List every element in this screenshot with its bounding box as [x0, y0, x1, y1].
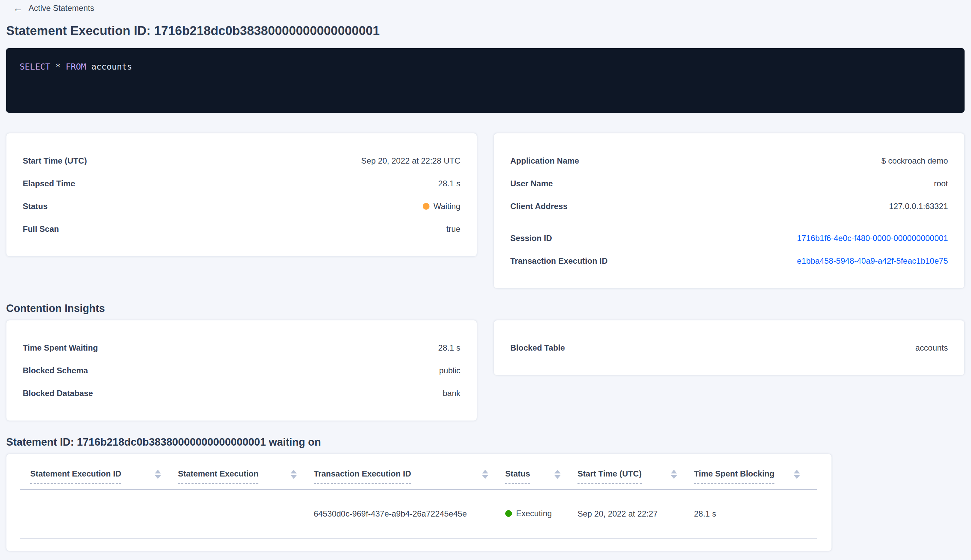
user-name-value: root [934, 179, 948, 188]
elapsed-time-label: Elapsed Time [23, 179, 75, 188]
sort-arrows-icon [554, 470, 561, 479]
sql-star-segment: * [50, 62, 65, 72]
blocked-schema-value: public [439, 366, 460, 375]
card-divider [510, 222, 948, 222]
time-spent-waiting-row: Time Spent Waiting 28.1 s [23, 336, 460, 359]
blocked-table-row: Blocked Table accounts [510, 336, 948, 359]
column-label: Statement Execution [178, 469, 259, 483]
status-value: Waiting [434, 202, 460, 211]
blocked-table-card: Blocked Table accounts [494, 320, 964, 375]
statement-overview-card: Start Time (UTC) Sep 20, 2022 at 22:28 U… [6, 133, 477, 257]
user-name-row: User Name root [510, 172, 948, 195]
client-address-value: 127.0.0.1:63321 [889, 202, 948, 211]
status-label: Status [23, 202, 48, 211]
transaction-execution-id-label: Transaction Execution ID [510, 256, 608, 266]
blocked-database-label: Blocked Database [23, 388, 93, 398]
start-time-label: Start Time (UTC) [23, 156, 87, 166]
breadcrumb-back-link[interactable]: ← Active Statements [13, 3, 94, 13]
column-header-status[interactable]: Status [505, 454, 577, 489]
time-spent-waiting-label: Time Spent Waiting [23, 343, 98, 353]
column-label: Status [505, 469, 530, 483]
blocked-table-value: accounts [915, 343, 948, 353]
application-name-label: Application Name [510, 156, 579, 166]
session-details-card: Application Name $ cockroach demo User N… [494, 133, 964, 288]
blocked-schema-row: Blocked Schema public [23, 359, 460, 382]
cell-statement-execution [178, 489, 314, 538]
start-time-row: Start Time (UTC) Sep 20, 2022 at 22:28 U… [23, 149, 460, 172]
client-address-row: Client Address 127.0.0.1:63321 [510, 195, 948, 218]
waiting-on-table: Statement Execution ID Statement Executi… [20, 454, 817, 538]
time-spent-waiting-value: 28.1 s [438, 343, 460, 353]
contention-insights-heading: Contention Insights [6, 302, 971, 315]
client-address-label: Client Address [510, 202, 567, 211]
sql-keyword-select: SELECT [20, 62, 50, 72]
waiting-on-table-card: Statement Execution ID Statement Executi… [6, 454, 832, 551]
cell-status: Executing [505, 489, 577, 538]
executing-status-text: Executing [516, 509, 552, 518]
column-header-transaction-execution-id[interactable]: Transaction Execution ID [314, 454, 505, 489]
start-time-value: Sep 20, 2022 at 22:28 UTC [361, 156, 460, 166]
user-name-label: User Name [510, 179, 553, 188]
column-label: Start Time (UTC) [577, 469, 642, 483]
transaction-execution-id-link[interactable]: e1bba458-5948-40a9-a42f-5feac1b10e75 [797, 256, 948, 266]
blocked-database-row: Blocked Database bank [23, 382, 460, 405]
sql-statement-box: SELECT * FROM accounts [6, 48, 964, 113]
cell-statement-execution-id [20, 489, 178, 538]
status-badge: Waiting [423, 202, 460, 211]
column-label: Statement Execution ID [30, 469, 121, 483]
column-label: Time Spent Blocking [694, 469, 774, 483]
blocked-schema-label: Blocked Schema [23, 366, 88, 375]
application-name-row: Application Name $ cockroach demo [510, 149, 948, 172]
session-id-link[interactable]: 1716b1f6-4e0c-f480-0000-000000000001 [797, 233, 948, 243]
sql-keyword-from: FROM [65, 62, 86, 72]
status-row: Status Waiting [23, 195, 460, 218]
full-scan-value: true [447, 224, 460, 234]
full-scan-label: Full Scan [23, 224, 59, 234]
cell-transaction-execution-id: 64530d0c-969f-437e-a9b4-26a72245e45e [314, 489, 505, 538]
back-arrow-icon: ← [13, 4, 23, 13]
column-header-statement-execution-id[interactable]: Statement Execution ID [20, 454, 178, 489]
sort-arrows-icon [290, 470, 297, 479]
contention-insights-card: Time Spent Waiting 28.1 s Blocked Schema… [6, 320, 477, 421]
breadcrumb-label: Active Statements [28, 3, 94, 13]
elapsed-time-row: Elapsed Time 28.1 s [23, 172, 460, 195]
elapsed-time-value: 28.1 s [438, 179, 460, 188]
sort-arrows-icon [482, 470, 488, 479]
contention-cards-row: Time Spent Waiting 28.1 s Blocked Schema… [6, 320, 964, 421]
sort-arrows-icon [671, 470, 677, 479]
column-label: Transaction Execution ID [314, 469, 411, 483]
waiting-on-heading: Statement ID: 1716b218dc0b38380000000000… [6, 436, 971, 448]
sql-table-segment: accounts [86, 62, 132, 72]
session-id-label: Session ID [510, 233, 552, 243]
blocked-database-value: bank [443, 388, 460, 398]
executing-status-dot-icon [505, 510, 512, 517]
session-id-row: Session ID 1716b1f6-4e0c-f480-0000-00000… [510, 227, 948, 250]
column-header-time-spent-blocking[interactable]: Time Spent Blocking [694, 454, 817, 489]
table-header-row: Statement Execution ID Statement Executi… [20, 454, 817, 489]
executing-status-badge: Executing [505, 509, 552, 518]
application-name-value: $ cockroach demo [881, 156, 948, 166]
table-row: 64530d0c-969f-437e-a9b4-26a72245e45e Exe… [20, 489, 817, 538]
cell-start-time: Sep 20, 2022 at 22:27 [577, 489, 694, 538]
full-scan-row: Full Scan true [23, 218, 460, 240]
sort-arrows-icon [794, 470, 800, 479]
column-header-statement-execution[interactable]: Statement Execution [178, 454, 314, 489]
transaction-execution-id-row: Transaction Execution ID e1bba458-5948-4… [510, 250, 948, 272]
cell-time-spent-blocking: 28.1 s [694, 489, 817, 538]
overview-cards-row: Start Time (UTC) Sep 20, 2022 at 22:28 U… [6, 133, 964, 288]
page-title: Statement Execution ID: 1716b218dc0b3838… [6, 23, 971, 38]
waiting-status-dot-icon [423, 203, 429, 210]
blocked-table-label: Blocked Table [510, 343, 565, 353]
sort-arrows-icon [155, 470, 161, 479]
column-header-start-time[interactable]: Start Time (UTC) [577, 454, 694, 489]
